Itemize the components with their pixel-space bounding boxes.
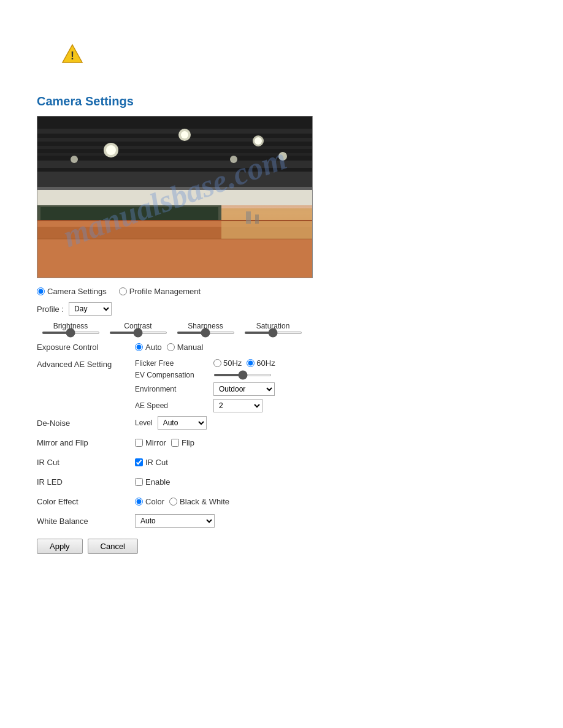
profile-select[interactable]: Day Night Indoor Outdoor (69, 302, 112, 316)
exposure-manual-label[interactable]: Manual (167, 343, 204, 352)
saturation-group: Saturation (239, 322, 307, 334)
50hz-label[interactable]: 50Hz (213, 358, 242, 368)
de-noise-select[interactable]: Auto Low Medium High (158, 416, 207, 430)
profile-management-radio[interactable] (119, 287, 127, 295)
svg-rect-4 (37, 138, 313, 142)
camera-settings-radio[interactable] (37, 287, 45, 295)
svg-point-12 (181, 131, 188, 138)
profile-management-radio-label[interactable]: Profile Management (119, 287, 201, 296)
sharpness-group: Sharpness (172, 322, 239, 334)
ir-led-content: Enable (135, 477, 170, 487)
warning-icon: ! (61, 43, 83, 70)
exposure-auto-label[interactable]: Auto (135, 343, 162, 352)
exposure-auto-radio[interactable] (135, 343, 143, 351)
svg-rect-3 (37, 129, 313, 134)
bw-radio-label[interactable]: Black & White (169, 497, 229, 506)
sliders-row: Brightness Contrast Sharpness Saturation (37, 322, 563, 334)
exposure-control-row: Exposure Control Auto Manual (37, 339, 563, 355)
ae-speed-row: AE Speed 1 2 3 4 5 (135, 399, 275, 412)
ir-led-checkbox[interactable] (135, 478, 143, 486)
profile-label: Profile : (37, 305, 64, 314)
svg-rect-6 (37, 153, 313, 156)
mirror-checkbox[interactable] (135, 439, 143, 447)
flicker-free-row: Flicker Free 50Hz 60Hz (135, 358, 275, 368)
color-effect-label: Color Effect (37, 497, 135, 506)
camera-settings-radio-label[interactable]: Camera Settings (37, 287, 107, 296)
saturation-slider[interactable] (244, 332, 302, 334)
60hz-label[interactable]: 60Hz (247, 358, 275, 368)
ev-compensation-slider[interactable] (213, 374, 272, 376)
60hz-radio[interactable] (247, 359, 255, 367)
mirror-flip-row: Mirror and Flip Mirror Flip (37, 434, 563, 450)
brightness-group: Brightness (37, 322, 104, 334)
exposure-control-content: Auto Manual (135, 343, 203, 352)
color-radio-label[interactable]: Color (135, 497, 164, 506)
flip-checkbox-label[interactable]: Flip (171, 438, 194, 447)
white-balance-content: Auto Indoor Outdoor Manual (135, 514, 215, 528)
advanced-ae-row: Advanced AE Setting Flicker Free 50Hz 60… (37, 358, 563, 412)
svg-rect-5 (37, 146, 313, 149)
svg-rect-19 (37, 190, 313, 205)
bw-radio[interactable] (169, 498, 177, 506)
white-balance-label: White Balance (37, 517, 135, 526)
brightness-slider[interactable] (42, 332, 100, 334)
cancel-button[interactable]: Cancel (88, 539, 138, 554)
svg-rect-24 (221, 208, 313, 239)
color-effect-content: Color Black & White (135, 497, 229, 506)
ir-cut-checkbox-label[interactable]: IR Cut (135, 458, 168, 467)
de-noise-row: De-Noise Level Auto Low Medium High (37, 415, 563, 431)
mirror-flip-content: Mirror Flip (135, 438, 194, 447)
white-balance-select[interactable]: Auto Indoor Outdoor Manual (135, 514, 215, 528)
white-balance-row: White Balance Auto Indoor Outdoor Manual (37, 513, 563, 529)
svg-rect-7 (37, 161, 313, 168)
ev-compensation-label: EV Compensation (135, 371, 209, 379)
de-noise-label: De-Noise (37, 419, 135, 428)
ir-cut-row: IR Cut IR Cut (37, 454, 563, 470)
color-effect-row: Color Effect Color Black & White (37, 493, 563, 509)
ir-cut-checkbox[interactable] (135, 458, 143, 466)
environment-row: Environment Outdoor Indoor (135, 382, 275, 396)
environment-select[interactable]: Outdoor Indoor (213, 382, 275, 396)
contrast-slider[interactable] (109, 332, 167, 334)
50hz-radio[interactable] (213, 359, 221, 367)
sharpness-slider[interactable] (177, 332, 235, 334)
button-row: Apply Cancel (37, 539, 563, 554)
svg-point-15 (278, 152, 287, 161)
ae-speed-select[interactable]: 1 2 3 4 5 (213, 399, 262, 412)
svg-text:!: ! (71, 50, 74, 62)
color-radio[interactable] (135, 498, 143, 506)
flicker-free-label: Flicker Free (135, 359, 209, 368)
camera-preview: manualsbase.com (37, 116, 313, 278)
mirror-flip-label: Mirror and Flip (37, 438, 135, 447)
ir-led-checkbox-label[interactable]: Enable (135, 477, 170, 487)
ir-led-row: IR LED Enable (37, 474, 563, 490)
ir-led-label: IR LED (37, 477, 135, 487)
flip-checkbox[interactable] (171, 439, 179, 447)
apply-button[interactable]: Apply (37, 539, 83, 554)
de-noise-level-label: Level (135, 419, 153, 427)
svg-rect-27 (246, 211, 251, 224)
section-title: Camera Settings (37, 94, 563, 108)
ev-compensation-row: EV Compensation (135, 371, 275, 379)
svg-rect-28 (255, 214, 259, 224)
svg-point-16 (71, 156, 78, 163)
camera-settings-section: Camera Settings (37, 94, 563, 554)
exposure-control-label: Exposure Control (37, 343, 135, 352)
svg-point-10 (106, 145, 116, 155)
exposure-manual-radio[interactable] (167, 343, 175, 351)
advanced-ae-label: Advanced AE Setting (37, 358, 135, 369)
mirror-checkbox-label[interactable]: Mirror (135, 438, 166, 447)
environment-label: Environment (135, 385, 209, 393)
svg-rect-18 (37, 187, 313, 190)
ir-cut-label: IR Cut (37, 458, 135, 467)
ae-speed-label: AE Speed (135, 401, 209, 410)
contrast-group: Contrast (104, 322, 172, 334)
advanced-ae-content: Flicker Free 50Hz 60Hz EV Compensation (135, 358, 275, 412)
svg-point-14 (255, 137, 262, 145)
ir-cut-content: IR Cut (135, 458, 168, 467)
de-noise-content: Level Auto Low Medium High (135, 416, 207, 430)
svg-point-17 (230, 156, 237, 163)
settings-form: Exposure Control Auto Manual Advanced AE… (37, 339, 563, 529)
